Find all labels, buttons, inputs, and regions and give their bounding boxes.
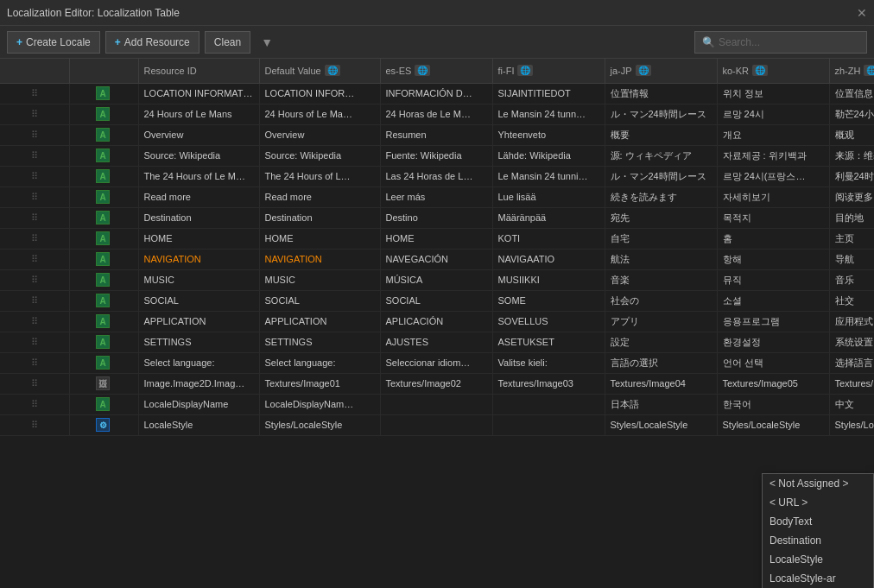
zh-zh-cell[interactable]: Textures/Image06	[829, 373, 874, 394]
zh-zh-cell[interactable]: 位置信息	[829, 83, 874, 104]
table-container[interactable]: Resource ID Default Value 🌐 es-ES 🌐 fi-F…	[0, 59, 874, 588]
resource-id-cell[interactable]: Select language:	[138, 352, 259, 373]
ja-jp-cell[interactable]: 社会の	[605, 290, 717, 311]
clean-button[interactable]: Clean	[205, 31, 250, 54]
row-drag-handle[interactable]: ⠿	[0, 124, 69, 145]
es-es-cell[interactable]: Las 24 Horas de L…	[380, 166, 492, 187]
default-value-cell[interactable]: Styles/LocaleStyle	[259, 414, 380, 435]
resource-id-cell[interactable]: SETTINGS	[138, 332, 259, 352]
zh-zh-cell[interactable]: 来源：维基百科	[829, 145, 874, 166]
es-es-cell[interactable]: AJUSTES	[380, 332, 492, 352]
zh-zh-cell[interactable]: 选择語言	[829, 352, 874, 373]
ja-jp-cell[interactable]: 宛先	[605, 207, 717, 228]
es-es-cell[interactable]: APLICACIÓN	[380, 311, 492, 332]
zh-zh-cell[interactable]: 音乐	[829, 269, 874, 290]
default-value-cell[interactable]: NAVIGATION	[259, 249, 380, 269]
search-input[interactable]	[719, 36, 848, 48]
dropdown-item[interactable]: BodyText	[763, 512, 873, 531]
zh-zh-cell[interactable]: 中文	[829, 394, 874, 414]
ko-kr-cell[interactable]: 소셜	[717, 290, 829, 311]
ja-jp-cell[interactable]: 源: ウィキペディア	[605, 145, 717, 166]
row-drag-handle[interactable]: ⠿	[0, 166, 69, 187]
es-es-cell[interactable]: Resumen	[380, 124, 492, 145]
ko-kr-cell[interactable]: 뮤직	[717, 269, 829, 290]
row-drag-handle[interactable]: ⠿	[0, 104, 69, 124]
resource-id-cell[interactable]: 24 Hours of Le Mans	[138, 104, 259, 124]
default-value-cell[interactable]: LocaleDisplayNam…	[259, 394, 380, 414]
ko-kr-cell[interactable]: 자료제공 : 위키백과	[717, 145, 829, 166]
es-es-cell[interactable]: Leer más	[380, 187, 492, 207]
row-drag-handle[interactable]: ⠿	[0, 83, 69, 104]
row-drag-handle[interactable]: ⠿	[0, 249, 69, 269]
ja-jp-cell[interactable]: 位置情報	[605, 83, 717, 104]
col-ko-kr[interactable]: ko-KR 🌐	[717, 59, 829, 83]
default-value-cell[interactable]: MUSIC	[259, 269, 380, 290]
ja-jp-cell[interactable]: 設定	[605, 332, 717, 352]
dropdown-item[interactable]: Destination	[763, 531, 873, 550]
fi-fi-cell[interactable]: KOTI	[492, 228, 605, 249]
resource-id-cell[interactable]: Source: Wikipedia	[138, 145, 259, 166]
fi-fi-cell[interactable]: NAVIGAATIO	[492, 249, 605, 269]
fi-fi-cell[interactable]: ASETUKSET	[492, 332, 605, 352]
ja-jp-cell[interactable]: アプリ	[605, 311, 717, 332]
col-fi-fi[interactable]: fi-FI 🌐	[492, 59, 605, 83]
ko-kr-cell[interactable]: 응용프로그램	[717, 311, 829, 332]
es-es-cell[interactable]: Fuente: Wikipedia	[380, 145, 492, 166]
default-value-cell[interactable]: 24 Hours of Le Ma…	[259, 104, 380, 124]
ko-kr-cell[interactable]: 개요	[717, 124, 829, 145]
row-drag-handle[interactable]: ⠿	[0, 414, 69, 435]
fi-fi-cell[interactable]: SOME	[492, 290, 605, 311]
fi-fi-cell[interactable]: Le Mansin 24 tunn…	[492, 104, 605, 124]
row-drag-handle[interactable]: ⠿	[0, 187, 69, 207]
zh-zh-cell[interactable]: 阅读更多	[829, 187, 874, 207]
default-value-cell[interactable]: Textures/Image01	[259, 373, 380, 394]
resource-id-cell[interactable]: HOME	[138, 228, 259, 249]
default-value-cell[interactable]: SOCIAL	[259, 290, 380, 311]
ko-kr-cell[interactable]: 르망 24시(프랑스…	[717, 166, 829, 187]
ja-jp-cell[interactable]: 続きを読みます	[605, 187, 717, 207]
fi-fi-cell[interactable]	[492, 414, 605, 435]
add-resource-button[interactable]: + Add Resource	[105, 31, 200, 54]
fi-fi-cell[interactable]: Le Mansin 24 tunni…	[492, 166, 605, 187]
resource-id-cell[interactable]: SOCIAL	[138, 290, 259, 311]
es-es-cell[interactable]: Seleccionar idiom…	[380, 352, 492, 373]
col-resource-id[interactable]: Resource ID	[138, 59, 259, 83]
resource-id-cell[interactable]: The 24 Hours of Le M…	[138, 166, 259, 187]
fi-fi-cell[interactable]: Lue lisää	[492, 187, 605, 207]
ko-kr-cell[interactable]: 위치 정보	[717, 83, 829, 104]
col-zh-zh[interactable]: zh-ZH 🌐	[829, 59, 874, 83]
resource-id-cell[interactable]: LOCATION INFORMAT…	[138, 83, 259, 104]
default-value-cell[interactable]: Read more	[259, 187, 380, 207]
row-drag-handle[interactable]: ⠿	[0, 145, 69, 166]
default-value-cell[interactable]: LOCATION INFOR…	[259, 83, 380, 104]
ko-kr-cell[interactable]: 한국어	[717, 394, 829, 414]
zh-zh-cell[interactable]: 勒芒24小时耐力赛	[829, 104, 874, 124]
es-es-cell[interactable]: INFORMACIÓN D…	[380, 83, 492, 104]
es-es-cell[interactable]: NAVEGACIÓN	[380, 249, 492, 269]
resource-id-cell[interactable]: LocaleStyle	[138, 414, 259, 435]
ko-kr-cell[interactable]: 항해	[717, 249, 829, 269]
default-value-cell[interactable]: APPLICATION	[259, 311, 380, 332]
default-value-cell[interactable]: The 24 Hours of L…	[259, 166, 380, 187]
fi-fi-cell[interactable]: Lähde: Wikipedia	[492, 145, 605, 166]
ko-kr-cell[interactable]: Styles/LocaleStyle	[717, 414, 829, 435]
ko-kr-cell[interactable]: 목적지	[717, 207, 829, 228]
fi-fi-cell[interactable]: MUSIIKKI	[492, 269, 605, 290]
dropdown-item[interactable]: < Not Assigned >	[763, 474, 873, 493]
zh-zh-cell[interactable]: 概观	[829, 124, 874, 145]
ja-jp-cell[interactable]: ル・マン24時間レース	[605, 166, 717, 187]
dropdown-item[interactable]: LocaleStyle	[763, 550, 873, 569]
zh-zh-cell[interactable]: 利曼24时耐力赛	[829, 166, 874, 187]
zh-zh-cell[interactable]: Styles/LocaleStyle	[829, 414, 874, 435]
ja-jp-cell[interactable]: ル・マン24時間レース	[605, 104, 717, 124]
ko-kr-cell[interactable]: 환경설정	[717, 332, 829, 352]
fi-fi-cell[interactable]: Määränpää	[492, 207, 605, 228]
row-drag-handle[interactable]: ⠿	[0, 352, 69, 373]
zh-zh-cell[interactable]: 导航	[829, 249, 874, 269]
row-drag-handle[interactable]: ⠿	[0, 373, 69, 394]
fi-fi-cell[interactable]: Yhteenveto	[492, 124, 605, 145]
zh-zh-cell[interactable]: 主页	[829, 228, 874, 249]
default-value-cell[interactable]: SETTINGS	[259, 332, 380, 352]
row-drag-handle[interactable]: ⠿	[0, 228, 69, 249]
dropdown-item[interactable]: < URL >	[763, 493, 873, 512]
